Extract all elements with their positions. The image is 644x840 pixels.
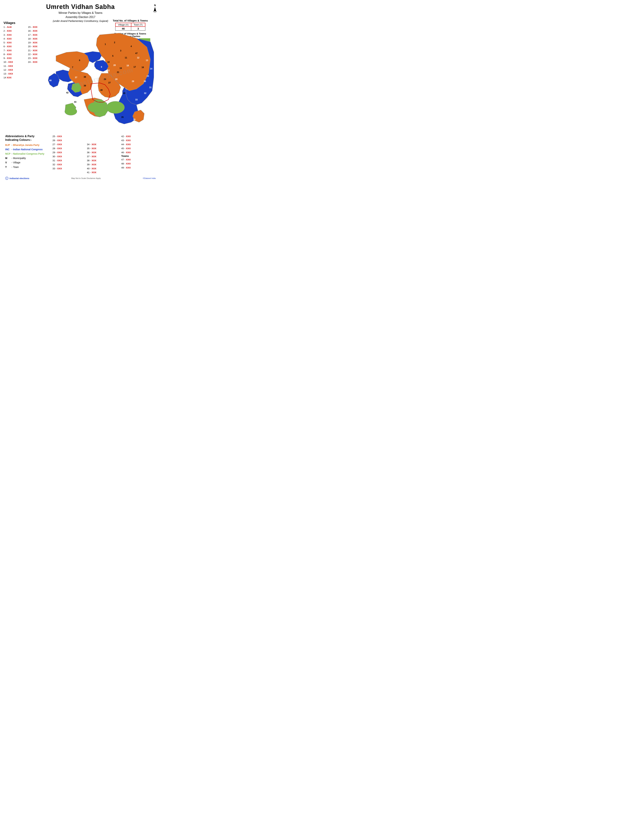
north-arrow: N	[153, 4, 157, 13]
map-label-14: 14	[150, 67, 152, 70]
vnum-30: 30 - XXX	[53, 155, 87, 159]
map-label-13: 13	[146, 59, 148, 62]
vnum-27: 27 - XXX	[53, 143, 87, 146]
map-label-9: 9	[101, 66, 102, 68]
map-label-7: 7	[72, 66, 73, 69]
map-label-30: 30	[144, 80, 146, 82]
main-title: Umreth Vidhan Sabha	[3, 3, 158, 10]
map-label-37: 37	[75, 76, 77, 79]
map-label-31: 31	[149, 86, 152, 89]
map-label-40: 40	[100, 89, 103, 91]
vnum-29: 29 - XXX	[53, 151, 87, 155]
vnum-33: 33 - XXX	[53, 167, 87, 171]
vnum-48: 48 - XXX	[121, 162, 156, 166]
map-label-20: 20	[113, 64, 116, 66]
vnum-46: 46 - XXX	[121, 151, 156, 155]
village-11: 11 - XXX	[3, 64, 28, 68]
map-label-2: 2	[114, 41, 115, 44]
vnum-28: 28 - XXX	[53, 146, 87, 151]
map-label-19: 19	[120, 67, 122, 69]
map-label-39: 39	[84, 84, 86, 87]
abbrev-bjp: BJP - Bharatiya Janata Party	[5, 143, 51, 147]
village-8: 8 - XXX	[3, 53, 28, 56]
vnum-25: 25 - XXX	[53, 135, 87, 138]
map-label-32: 32	[144, 92, 146, 94]
vnum-col-2: 34 - XXX 35 - XXX 36 - XXX 37 - XXX 38 -…	[87, 135, 122, 174]
map-label-35: 35	[121, 116, 124, 118]
vnum-41: 41 - XXX	[87, 171, 122, 174]
vnum-31: 31 - XXX	[53, 159, 87, 163]
footer-logo-text: indiastat elections	[10, 177, 29, 180]
vnum-35: 35 - XXX	[87, 146, 122, 151]
abbreviations-section: Abbreviations & PartyIndicating Colours:…	[5, 135, 51, 174]
map-label-49: 49	[123, 92, 125, 94]
vnum-49: 49 - XXX	[121, 166, 156, 170]
abbrev-t: T - Town	[5, 165, 51, 169]
vnum-47: 47 - XXX	[121, 158, 156, 162]
village-4: 4 - XXX	[3, 37, 28, 41]
village-12: 12 - XXX	[3, 68, 28, 72]
map-label-38: 38	[84, 76, 86, 78]
vnum-col-1: 25 - XXX 26 - XXX 27 - XXX 28 - XXX 29 -…	[53, 135, 87, 174]
map-label-27: 27	[108, 82, 111, 84]
map-label-43: 43	[74, 101, 76, 103]
village-13: 13 - XXX	[3, 72, 28, 76]
map-label-48: 48	[49, 79, 52, 82]
map-label-15: 15	[146, 75, 149, 77]
towns-label: Towns	[121, 155, 156, 158]
abbrev-v: V - Village	[5, 160, 51, 165]
footer-left: i indiastat elections	[5, 177, 29, 180]
map-label-24: 24	[91, 71, 94, 74]
map-label-23: 23	[99, 71, 101, 73]
abbrev-m: M - Municipality	[5, 156, 51, 160]
vnum-32: 32 - XXX	[53, 163, 87, 167]
footer-center: Map Not to Scale Disclaimer Apply	[71, 177, 101, 179]
vnum-42: 42 - XXX	[121, 135, 156, 138]
north-letter: N	[154, 4, 156, 7]
map-label-29: 29	[132, 80, 134, 82]
map-label-8: 8	[91, 62, 92, 65]
village-10: 10 - XXX	[3, 60, 28, 64]
map-label-3: 3	[120, 49, 122, 52]
map-svg: 1 2 3 4 5 6 7 8 9 10 11 12 13 14 15 16 1…	[46, 24, 154, 133]
map-label-18: 18	[127, 64, 129, 67]
village-5: 5 - XXX	[3, 41, 28, 44]
map-label-22: 22	[107, 69, 110, 72]
svg-point-4	[65, 108, 77, 115]
village-col-1: 1 - Ardi 2 - XXX 3 - XXX 4 - XXX 5 - XXX…	[3, 25, 28, 80]
villages-label: Villages	[3, 21, 53, 25]
bottom-section: Abbreviations & PartyIndicating Colours:…	[3, 135, 158, 174]
vnum-col-3: 42 - XXX 43 - XXX 44 - XXX 45 - XXX 46 -…	[121, 135, 156, 174]
village-columns: 1 - Ardi 2 - XXX 3 - XXX 4 - XXX 5 - XXX…	[3, 25, 53, 80]
map-label-21: 21	[117, 71, 119, 74]
vnum-37: 37 - XXX	[87, 155, 122, 159]
vnum-45: 45 - XXX	[121, 146, 156, 151]
vnum-38: 38 - XXX	[87, 159, 122, 163]
vnum-grid: 25 - XXX 26 - XXX 27 - XXX 28 - XXX 29 -…	[53, 135, 156, 174]
map-label-34: 34	[140, 108, 142, 110]
left-panel: Villages 1 - Ardi 2 - XXX 3 - XXX 4 - XX…	[3, 20, 53, 80]
footer: i indiastat elections Map Not to Scale D…	[3, 177, 158, 180]
village-numbers-section: 25 - XXX 26 - XXX 27 - XXX 28 - XXX 29 -…	[53, 135, 156, 174]
map-label-4: 4	[131, 45, 132, 48]
vnum-40: 40 - XXX	[87, 167, 122, 171]
village-6: 6 - XXX	[3, 44, 28, 48]
village-2: 2 - XXX	[3, 29, 28, 33]
map-label-33: 33	[135, 99, 138, 101]
map-label-36: 36	[133, 118, 136, 121]
indiastat-logo-icon: i	[5, 177, 8, 180]
vnum-26: 26 - XXX	[53, 138, 87, 143]
vnum-spacer	[87, 135, 122, 138]
village-14: 14 XXX	[3, 76, 28, 80]
map-label-10: 10	[107, 61, 110, 63]
map-label-16: 16	[141, 66, 144, 69]
map-label-26: 26	[104, 78, 106, 81]
subtitle2: Assembly Election 2017	[3, 15, 158, 19]
map-label-6: 6	[79, 59, 80, 62]
village-9: 9 - XXX	[3, 56, 28, 60]
vnum-39: 39 - XXX	[87, 163, 122, 167]
village-1: 1 - Ardi	[3, 25, 28, 29]
map-label-28: 28	[115, 78, 118, 81]
vnum-36: 36 - XXX	[87, 151, 122, 155]
map-label-47: 47	[135, 52, 138, 54]
